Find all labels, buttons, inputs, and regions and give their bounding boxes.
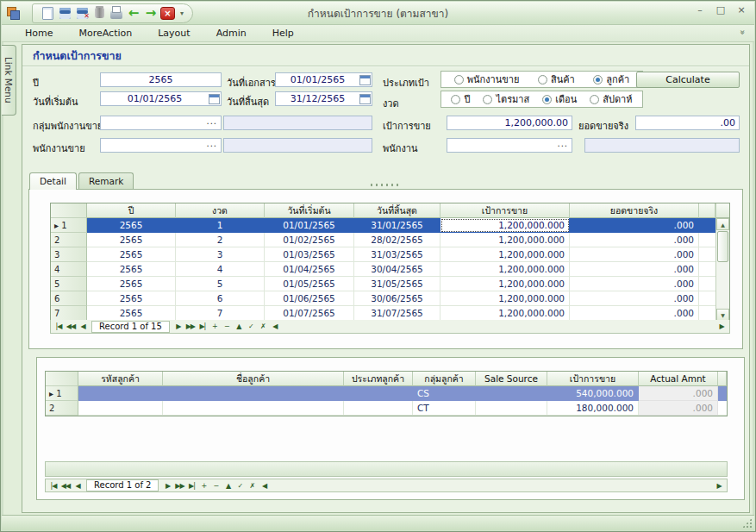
cell[interactable]: 2565 — [87, 218, 176, 233]
column-header[interactable]: วันที่เริ่มต้น — [265, 203, 354, 218]
ellipsis-button[interactable]: ... — [206, 139, 221, 153]
exit-icon[interactable]: × — [160, 7, 175, 20]
cell[interactable]: 31/03/2565 — [354, 247, 440, 262]
employee-field[interactable]: ... — [447, 138, 572, 153]
calendar-icon[interactable] — [359, 75, 371, 85]
cell[interactable]: .000 — [570, 233, 699, 247]
radio-option[interactable]: ปี — [451, 91, 470, 107]
row-indicator[interactable]: 5 — [51, 277, 87, 291]
row-indicator[interactable]: 4 — [51, 262, 87, 277]
column-header[interactable]: วันที่สิ้นสุด — [354, 203, 440, 218]
save-close-icon[interactable] — [74, 5, 90, 21]
first-button[interactable]: |◀ — [47, 482, 59, 490]
cell[interactable] — [78, 386, 163, 401]
last-button[interactable]: ▶| — [185, 482, 197, 490]
cell[interactable]: 1,200,000.000 — [440, 247, 570, 262]
actual-sales-field[interactable] — [635, 116, 740, 130]
last-button[interactable]: ▶| — [197, 322, 209, 330]
salesperson-input[interactable] — [101, 139, 206, 152]
cell[interactable]: 7 — [176, 306, 265, 321]
start-date-field[interactable] — [100, 91, 222, 106]
sales-group-field[interactable]: ... — [100, 116, 222, 130]
end-date-field[interactable] — [275, 91, 372, 106]
column-header[interactable]: ชื่อลูกค้า — [163, 372, 344, 386]
cell[interactable]: .000 — [570, 218, 699, 233]
prev-button[interactable]: ◀ — [77, 322, 89, 330]
cell[interactable]: 01/01/2565 — [265, 218, 354, 233]
row-indicator[interactable]: ▸ 1 — [51, 218, 87, 233]
table-row[interactable]: 2CT180,000.000.000 — [46, 401, 727, 416]
cell[interactable]: 1,200,000.000 — [440, 233, 570, 247]
calendar-icon[interactable] — [209, 94, 220, 104]
menu-item-home[interactable]: Home — [12, 26, 66, 41]
title-bar[interactable]: ←→×▾ กำหนดเป้าการขาย (ตามสาขา) –□× — [2, 2, 754, 25]
cell[interactable]: 1,200,000.000 — [440, 262, 570, 277]
cell[interactable]: 2565 — [87, 277, 176, 291]
calendar-icon[interactable] — [359, 94, 371, 104]
cell[interactable]: 2565 — [87, 233, 176, 247]
column-header[interactable]: ประเภทลูกค้า — [344, 372, 413, 386]
edit-button[interactable]: ▲ — [233, 322, 245, 330]
tab-remark[interactable]: Remark — [78, 172, 134, 189]
start-date-input[interactable] — [101, 92, 209, 105]
end-edit-button[interactable]: ✓ — [234, 482, 246, 490]
column-header[interactable]: ยอดขายจริง — [570, 203, 699, 218]
scroll-thumb[interactable] — [717, 231, 728, 262]
cell[interactable]: .000 — [570, 247, 699, 262]
print-icon[interactable] — [109, 5, 124, 21]
cell[interactable]: 01/03/2565 — [265, 247, 354, 262]
app-icon[interactable] — [7, 7, 20, 20]
back-icon[interactable]: ← — [126, 5, 141, 21]
cancel-edit-button[interactable]: ✗ — [257, 322, 269, 330]
column-header[interactable]: รหัสลูกค้า — [78, 372, 163, 386]
salesperson-field[interactable]: ... — [100, 138, 222, 153]
tab-detail[interactable]: Detail — [29, 172, 77, 190]
resize-grip-icon[interactable] — [742, 518, 752, 528]
sales-target-input[interactable] — [447, 116, 572, 129]
scroll-up-icon[interactable]: ▲ — [716, 218, 729, 230]
vertical-scrollbar[interactable]: ▲▼ — [715, 203, 729, 321]
hscroll-left-icon[interactable]: ◀ — [269, 322, 281, 330]
cell[interactable]: 2565 — [87, 306, 176, 321]
cell[interactable]: 1,200,000.000 — [440, 218, 570, 233]
cell[interactable]: 5 — [176, 277, 265, 291]
cancel-edit-button[interactable]: ✗ — [246, 482, 258, 490]
cell[interactable]: 30/04/2565 — [354, 262, 440, 277]
cell[interactable]: 1 — [176, 218, 265, 233]
table-row[interactable]: 52565501/05/256531/05/25651,200,000.000.… — [51, 277, 715, 291]
close-button[interactable]: × — [735, 4, 747, 16]
cell[interactable]: 01/02/2565 — [265, 233, 354, 247]
cell[interactable]: 2 — [176, 233, 265, 247]
cell[interactable] — [344, 401, 413, 416]
cell[interactable]: 01/07/2565 — [265, 306, 354, 321]
column-header[interactable]: งวด — [176, 203, 265, 218]
table-row[interactable]: ▸ 1CS540,000.000.000 — [46, 386, 727, 401]
year-field[interactable] — [100, 72, 222, 87]
doc-date-field[interactable] — [275, 72, 372, 87]
cell[interactable]: .000 — [570, 306, 699, 321]
scroll-down-icon[interactable]: ▼ — [716, 309, 729, 321]
cell[interactable]: 31/01/2565 — [354, 218, 440, 233]
column-header[interactable]: ปี — [87, 203, 176, 218]
next-page-button[interactable]: ▶▶ — [173, 482, 185, 490]
radio-option[interactable]: ลูกค้า — [593, 72, 629, 87]
radio-option[interactable]: พนักงานขาย — [454, 72, 520, 87]
cell[interactable]: .000 — [570, 277, 699, 291]
menu-item-moreaction[interactable]: MoreAction — [66, 26, 145, 41]
next-button[interactable]: ▶ — [172, 322, 184, 330]
table-row[interactable]: 42565401/04/256530/04/25651,200,000.000.… — [51, 262, 715, 277]
hscroll-right-icon[interactable]: ▶ — [715, 322, 728, 330]
row-indicator[interactable]: ▸ 1 — [46, 386, 78, 401]
prev-page-button[interactable]: ◀◀ — [59, 482, 72, 490]
maximize-button[interactable]: □ — [715, 4, 727, 16]
cell[interactable]: 4 — [176, 262, 265, 277]
prev-page-button[interactable]: ◀◀ — [65, 322, 77, 330]
cell[interactable]: 31/05/2565 — [354, 277, 440, 291]
cell[interactable]: 2565 — [87, 291, 176, 306]
menu-item-layout[interactable]: Layout — [145, 26, 203, 41]
new-document-icon[interactable] — [40, 5, 55, 21]
menu-collapse-icon[interactable]: » — [737, 29, 747, 34]
link-menu-tab[interactable]: Link Menu — [2, 45, 16, 116]
delete-button[interactable]: − — [209, 482, 222, 490]
cell[interactable]: CT — [413, 401, 476, 416]
